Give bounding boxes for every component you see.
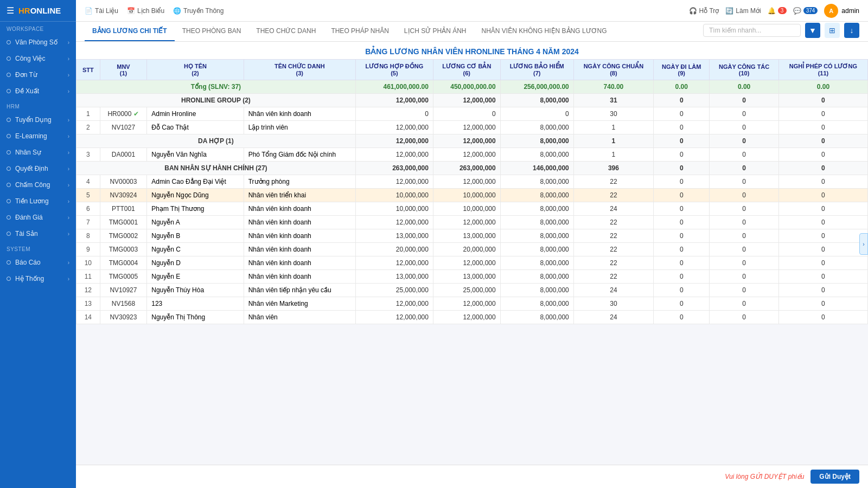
sidebar-item-de-xuat[interactable]: Đề Xuất › — [0, 83, 76, 99]
table-row[interactable]: 8 TMG0002 Nguyễn B Nhân viên kinh doanh … — [76, 229, 868, 243]
side-collapse-button[interactable]: › — [859, 233, 868, 255]
cell-ngay-cong-chuan: 24 — [573, 284, 653, 297]
group-luong-co-ban: 12,000,000 — [433, 134, 500, 148]
cell-ho-ten: Admin Hronline — [147, 107, 244, 121]
cell-luong-co-ban: 12,000,000 — [433, 148, 500, 162]
cell-ngay-cong-tac: 0 — [710, 270, 778, 284]
sidebar-item-he-thong[interactable]: Hệ Thống › — [0, 271, 76, 287]
sidebar-item-van-phong-so[interactable]: Văn Phòng Số › — [0, 34, 76, 50]
table-row[interactable]: 5 NV30924 Nguyễn Ngọc Dũng Nhân viên tri… — [76, 189, 868, 202]
table-row[interactable]: 12 NV10927 Nguyễn Thúy Hòa Nhân viên tiế… — [76, 284, 868, 297]
cell-stt: 10 — [76, 256, 100, 270]
topbar-right: 🎧 Hỗ Trợ 🔄 Làm Mới 🔔 3 💬 374 A admin — [689, 4, 859, 18]
nav-tai-lieu[interactable]: 📄 Tài Liệu — [85, 7, 118, 15]
sidebar-item-e-learning[interactable]: E-Learning › — [0, 128, 76, 144]
table-row[interactable]: 4 NV00003 Admin Cao Đẳng Đại Việt Trưởng… — [76, 175, 868, 189]
columns-button[interactable]: ⊞ — [825, 23, 840, 38]
group-ngay-cong-chuan: 31 — [573, 94, 653, 107]
col-stt: STT — [76, 60, 100, 80]
cell-nghi-phep: 0 — [778, 229, 867, 243]
cell-luong-hop-dong: 13,000,000 — [355, 229, 433, 243]
dot-icon — [7, 166, 11, 171]
arrow-icon: › — [68, 182, 69, 188]
nav-truyen-thong[interactable]: 🌐 Truyền Thông — [173, 7, 224, 15]
table-row[interactable]: 1 HR0000✔ Admin Hronline Nhân viên kinh … — [76, 107, 868, 121]
help-btn[interactable]: 🎧 Hỗ Trợ — [689, 7, 719, 15]
cell-nghi-phep: 0 — [778, 270, 867, 284]
sidebar-item-bao-cao[interactable]: Báo Cáo › — [0, 254, 76, 271]
cell-nghi-phep: 0 — [778, 189, 867, 202]
table-row[interactable]: 3 DA0001 Nguyễn Văn Nghĩa Phó Tổng Giám … — [76, 148, 868, 162]
arrow-icon: › — [68, 133, 69, 139]
tab-theo-phap-nhan[interactable]: THEO PHÁP NHÂN — [323, 22, 396, 41]
sidebar-item-nhan-su[interactable]: Nhân Sự › — [0, 144, 76, 160]
refresh-icon: 🔄 — [725, 7, 733, 15]
sidebar-item-don-tu[interactable]: Đơn Từ › — [0, 67, 76, 83]
tab-nhan-vien-khong-hien[interactable]: NHÂN VIÊN KHÔNG HIỆN BẢNG LƯƠNG — [474, 22, 615, 41]
hrm-label: HRM — [0, 99, 76, 112]
cell-chuc-danh: Phó Tổng Giám đốc Nội chính — [244, 148, 355, 162]
refresh-btn[interactable]: 🔄 Làm Mới — [725, 7, 761, 15]
cell-luong-bao-hiem: 8,000,000 — [500, 175, 573, 189]
hamburger-icon[interactable]: ☰ — [7, 5, 14, 16]
group-nghi-phep: 0 — [778, 94, 867, 107]
nav-lich-bieu[interactable]: 📅 Lịch Biểu — [127, 7, 164, 15]
table-row[interactable]: 10 TMG0004 Nguyễn D Nhân viên kinh doanh… — [76, 256, 868, 270]
cell-ngay-cong-tac: 0 — [710, 121, 778, 134]
table-row[interactable]: 14 NV30923 Nguyễn Thị Thông Nhân viên 12… — [76, 311, 868, 324]
sidebar-item-cong-viec[interactable]: Công Việc › — [0, 50, 76, 67]
cell-luong-hop-dong: 12,000,000 — [355, 216, 433, 229]
cell-luong-hop-dong: 12,000,000 — [355, 311, 433, 324]
table-row[interactable]: 13 NV1568 123 Nhân viên Marketing 12,000… — [76, 297, 868, 311]
cell-luong-bao-hiem: 8,000,000 — [500, 121, 573, 134]
topbar-nav: 📄 Tài Liệu 📅 Lịch Biểu 🌐 Truyền Thông — [85, 7, 680, 15]
cell-luong-bao-hiem: 8,000,000 — [500, 229, 573, 243]
message-btn[interactable]: 💬 374 — [793, 7, 818, 15]
cell-luong-hop-dong: 12,000,000 — [355, 121, 433, 134]
group-luong-hop-dong: 12,000,000 — [355, 134, 433, 148]
cell-stt: 3 — [76, 148, 100, 162]
cell-ngay-di-lam: 0 — [654, 202, 710, 216]
sidebar-item-danh-gia[interactable]: Đánh Giá › — [0, 209, 76, 226]
cell-stt: 6 — [76, 202, 100, 216]
cell-mnv: TMG0003 — [100, 243, 147, 256]
notification-btn[interactable]: 🔔 3 — [768, 7, 787, 15]
cell-mnv: NV30923 — [100, 311, 147, 324]
search-input[interactable] — [703, 24, 801, 37]
admin-area[interactable]: A admin — [824, 4, 859, 18]
filter-button[interactable]: ▼ — [805, 23, 820, 38]
table-row[interactable]: 7 TMG0001 Nguyễn A Nhân viên kinh doanh … — [76, 216, 868, 229]
cell-nghi-phep: 0 — [778, 121, 867, 134]
cell-luong-co-ban: 13,000,000 — [433, 270, 500, 284]
cell-luong-co-ban: 10,000,000 — [433, 202, 500, 216]
bottom-bar: Vui lòng GỬI DUYỆT phiếu Gửi Duyệt — [76, 465, 868, 488]
export-button[interactable]: ↓ — [844, 23, 859, 38]
table-row[interactable]: 6 PTT001 Phạm Thị Thương Nhân viên kinh … — [76, 202, 868, 216]
cell-nghi-phep: 0 — [778, 202, 867, 216]
cell-stt: 1 — [76, 107, 100, 121]
table-row[interactable]: 9 TMG0003 Nguyễn C Nhân viên kinh doanh … — [76, 243, 868, 256]
cell-ngay-di-lam: 0 — [654, 297, 710, 311]
tab-theo-phong-ban[interactable]: THEO PHÒNG BAN — [175, 22, 249, 41]
dot-icon — [7, 40, 11, 44]
cell-luong-co-ban: 12,000,000 — [433, 175, 500, 189]
tab-lich-su-phan-anh[interactable]: LỊCH SỬ PHẢN ÁNH — [397, 22, 474, 41]
cell-chuc-danh: Nhân viên — [244, 311, 355, 324]
table-row[interactable]: 2 NV1027 Đỗ Cao Thật Lập trình viên 12,0… — [76, 121, 868, 134]
group-ngay-cong-tac: 0 — [710, 94, 778, 107]
sidebar-item-quyet-dinh[interactable]: Quyết Định › — [0, 160, 76, 177]
sidebar-item-tai-san[interactable]: Tài Sản › — [0, 226, 76, 242]
table-row[interactable]: 11 TMG0005 Nguyễn E Nhân viên kinh doanh… — [76, 270, 868, 284]
sidebar-item-tuyen-dung[interactable]: Tuyển Dụng › — [0, 112, 76, 128]
sidebar-item-cham-cong[interactable]: Chấm Công › — [0, 177, 76, 193]
approve-button[interactable]: Gửi Duyệt — [810, 470, 859, 484]
cell-ngay-cong-tac: 0 — [710, 297, 778, 311]
cell-mnv: NV00003 — [100, 175, 147, 189]
content: BẢNG LƯƠNG CHI TIẾT THEO PHÒNG BAN THEO … — [76, 22, 868, 488]
tab-bang-luong-chi-tiet[interactable]: BẢNG LƯƠNG CHI TIẾT — [85, 22, 175, 41]
cell-stt: 8 — [76, 229, 100, 243]
cell-ho-ten: Đỗ Cao Thật — [147, 121, 244, 134]
sidebar-item-tien-luong[interactable]: Tiền Lương › — [0, 193, 76, 209]
tab-theo-chuc-danh[interactable]: THEO CHỨC DANH — [248, 22, 323, 41]
group-nghi-phep: 0 — [778, 134, 867, 148]
